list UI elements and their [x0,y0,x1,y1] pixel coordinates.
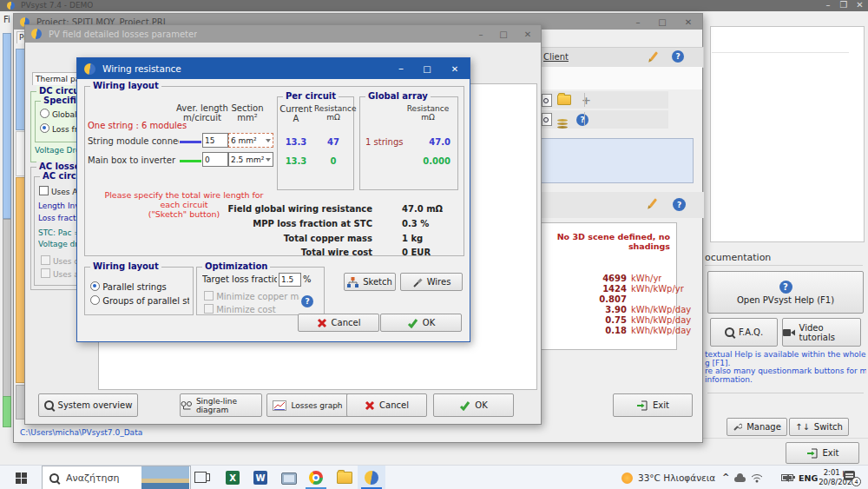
row2-section-select[interactable]: 2.5 mm² [228,152,273,167]
global-resistance-value2: 0.000 [409,156,450,166]
maximize-button[interactable]: ❒ [836,0,852,10]
switch-button[interactable]: ↑↓ Switch [789,418,849,436]
resistance-unit: mΩ [314,113,352,122]
add-icon[interactable] [582,94,591,107]
losses-graph-button[interactable]: Losses graph [266,393,349,417]
edit-pencil-icon[interactable] [649,198,657,208]
chrome-icon [309,471,323,485]
losses-cancel-label: Cancel [379,400,409,410]
pvsyst-logo-icon [7,2,15,10]
single-line-diagram-icon [181,400,192,411]
magnifier-icon [44,400,54,410]
taskbar-app-excel[interactable]: X [226,471,240,485]
optimization-label: Optimization [202,261,270,271]
row1-length-input[interactable]: 15 [202,133,228,148]
preview-document-icon[interactable] [542,113,552,126]
close-button[interactable]: ✕ [674,17,702,27]
start-button[interactable] [0,466,42,489]
taskbar-app-monitor[interactable] [281,472,297,486]
minimize-button[interactable]: – [388,63,414,75]
groups-parallel-radio[interactable] [90,295,100,305]
uses-one-checkbox[interactable] [41,255,50,265]
help-question-icon[interactable] [673,198,686,211]
help-line: re also many questionmark buttons for mo… [705,367,866,376]
losses-ok-button[interactable]: OK [433,393,514,417]
weather-button[interactable]: 33°C Ηλιοφάνεια [618,466,720,489]
summary-value: 47.0 mΩ [402,204,459,214]
close-button[interactable]: ✕ [440,64,470,74]
summary-value: 1 kg [402,234,459,243]
main-exit-button[interactable]: Exit [786,442,859,464]
edit-pencil-icon[interactable] [650,51,658,61]
maximize-button[interactable]: □ [492,30,515,39]
row2-length-input[interactable]: 0 [202,152,228,167]
tray-chevron-icon[interactable]: ^ [722,472,729,482]
manage-button[interactable]: Manage [727,418,787,436]
summary-label: Field global wiring resistance [164,204,372,214]
toolbar-separator [584,112,585,126]
one-string-value: 6 modules [141,121,187,130]
minimize-button[interactable]: – [626,17,650,27]
task-view-icon [194,472,207,483]
sketch-diagram-icon [347,277,358,287]
help-question-icon[interactable] [301,295,313,307]
open-folder-icon[interactable] [557,95,571,105]
minimize-copper-checkbox[interactable] [204,291,214,301]
minimize-cost-checkbox[interactable] [204,304,214,314]
losses-cancel-button[interactable]: Cancel [346,393,427,417]
uses-ac-checkbox[interactable] [39,186,49,195]
language-indicator[interactable]: ENG [799,473,818,483]
speaker-icon[interactable] [782,473,794,483]
search-daily-image[interactable] [141,466,189,489]
per-circuit-label: Per circuit [283,91,339,101]
sketch-label: Sketch [363,277,392,287]
help-line: textual Help is available within the who… [705,351,866,360]
main-left-strip-green[interactable] [3,396,11,427]
wifi-icon[interactable] [751,473,763,483]
file-explorer-icon [337,472,352,484]
maximize-button[interactable]: □ [414,64,440,74]
taskbar-app-explorer[interactable] [337,472,352,486]
client-label: Client [543,52,569,62]
taskbar-app-chrome[interactable] [309,471,323,486]
close-button[interactable]: ✕ [515,30,541,39]
help-question-icon[interactable] [672,50,684,63]
wires-button[interactable]: Wires [400,273,463,291]
help-question-icon[interactable] [576,114,589,126]
sketch-button[interactable]: Sketch [344,273,396,291]
main-left-strip-grey[interactable] [3,219,11,397]
loss-fraction-radio[interactable] [40,123,49,133]
database-icon[interactable] [557,119,568,122]
close-button[interactable]: ✕ [852,0,868,10]
video-tutorials-button[interactable]: Video tutorials [782,318,861,347]
search-box[interactable]: Αναζήτηση [42,466,191,489]
wiring-ok-button[interactable]: OK [380,314,462,332]
single-line-diagram-button[interactable]: Single-line diagram [180,393,262,417]
global-wiring-radio[interactable] [40,109,49,118]
preview-document-icon[interactable] [542,94,552,107]
notification-button[interactable]: 4 [844,471,861,486]
project-exit-button[interactable]: Exit [613,393,693,417]
wiring-layout-label: Wiring layout [90,81,161,90]
wires-tool-icon [412,277,423,287]
section-header: Section [221,103,273,113]
uses-h-checkbox[interactable] [41,268,50,278]
pvsyst-active-bg[interactable] [358,466,385,489]
parallel-strings-radio[interactable] [90,281,100,291]
main-left-strip-blue[interactable] [3,33,11,219]
taskbar-app-word[interactable]: W [253,471,267,485]
minimize-button[interactable]: – [470,30,492,39]
minimize-cost-label: Minimize cost [216,305,275,314]
system-overview-label: System overview [58,400,133,410]
maximize-button[interactable]: □ [650,17,674,27]
system-overview-button[interactable]: System overview [38,393,138,417]
cloud-icon[interactable] [734,477,746,482]
open-help-button[interactable]: Open PVsyst Help (F1) [707,271,864,314]
wiring-cancel-button[interactable]: Cancel [298,314,379,332]
task-view-button[interactable] [194,472,207,485]
minimize-button[interactable]: – [820,0,836,10]
file-menu-partial[interactable]: Fi [3,15,13,24]
row1-section-select[interactable]: 6 mm² [228,133,273,148]
target-loss-input[interactable]: 1.5 [279,273,301,287]
faq-button[interactable]: F.A.Q. [710,318,778,347]
